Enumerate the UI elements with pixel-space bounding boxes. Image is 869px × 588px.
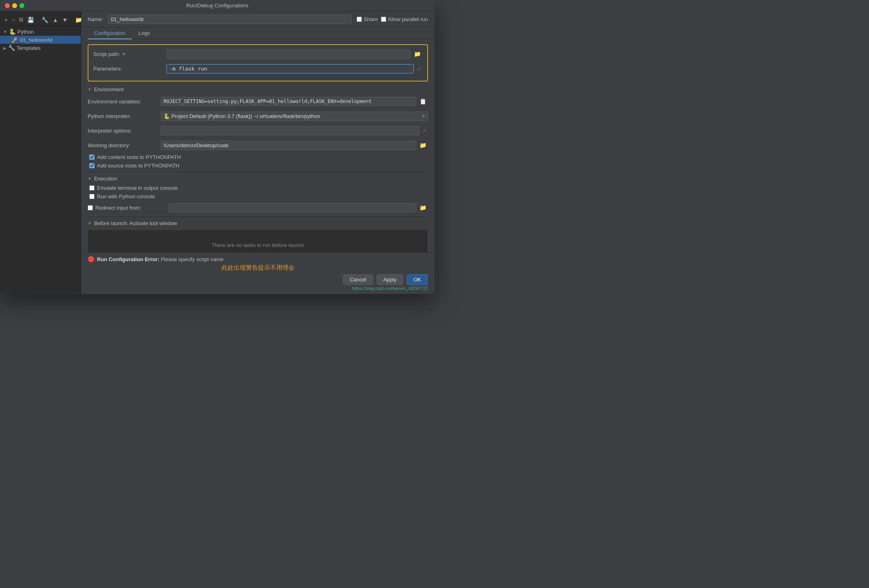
tabs-bar: Configuration Logs xyxy=(81,28,434,39)
emulate-terminal-checkbox[interactable] xyxy=(89,185,95,191)
working-directory-browse-btn[interactable]: 📁 xyxy=(418,141,428,149)
working-directory-control: 📁 xyxy=(161,141,428,150)
interpreter-options-input[interactable] xyxy=(161,126,419,135)
python-interpreter-row: Python interpreter: 🐍 Project Default (P… xyxy=(88,110,428,122)
allow-parallel-checkbox[interactable] xyxy=(381,17,386,22)
error-message: Please specify script name xyxy=(161,256,224,262)
error-row: 🔴 Run Configuration Error: Please specif… xyxy=(88,256,428,262)
ok-button[interactable]: OK xyxy=(407,274,428,285)
share-checkbox-label[interactable]: Share xyxy=(357,16,378,22)
templates-icon: 🔧 xyxy=(8,45,15,51)
env-vars-edit-btn[interactable]: 📋 xyxy=(418,97,428,105)
script-path-dropdown-btn[interactable]: ▼ xyxy=(122,52,126,56)
python-interpreter-label: Python interpreter: xyxy=(88,113,161,119)
footer-buttons: Cancel Apply OK xyxy=(88,274,428,285)
cancel-button[interactable]: Cancel xyxy=(343,274,373,285)
settings-button[interactable]: 🔧 xyxy=(40,16,49,24)
sidebar: + − ⧉ 💾 🔧 ▲ ▼ 📁 ⇅ ▼ 🐍 Python 🚀 01_hellow… xyxy=(0,11,81,294)
interpreter-options-expand-btn[interactable]: ⤢ xyxy=(421,127,428,134)
environment-label: Environment xyxy=(94,86,124,92)
redirect-input-checkbox[interactable] xyxy=(88,205,93,210)
add-config-button[interactable]: + xyxy=(3,16,9,24)
name-input[interactable] xyxy=(108,15,352,24)
run-config-label: 01_helloworld xyxy=(20,37,52,43)
environment-section-header[interactable]: ▼ Environment xyxy=(88,86,428,92)
sidebar-item-helloworld[interactable]: 🚀 01_helloworld xyxy=(0,36,81,44)
move-up-button[interactable]: ▲ xyxy=(51,16,59,24)
templates-label: Templates xyxy=(17,45,41,51)
redirect-input-browse-btn[interactable]: 📁 xyxy=(418,204,428,212)
python-interpreter-control: 🐍 Project Default (Python 3.7 (flask)) ~… xyxy=(161,112,428,121)
run-python-console-checkbox[interactable] xyxy=(89,194,95,199)
interpreter-select[interactable]: 🐍 Project Default (Python 3.7 (flask)) ~… xyxy=(161,112,428,121)
parameters-expand-btn[interactable]: ⤢ xyxy=(415,65,422,72)
traffic-lights xyxy=(5,3,24,8)
add-content-roots-label: Add content roots to PYTHONPATH xyxy=(97,154,181,160)
working-directory-row: Working directory: 📁 xyxy=(88,139,428,151)
script-path-row: Script path: ▼ 📁 xyxy=(93,48,422,60)
env-vars-input[interactable] xyxy=(161,97,416,106)
parameters-control: ⤢ xyxy=(166,64,422,73)
close-button[interactable] xyxy=(5,3,10,8)
interpreter-options-control: ⤢ xyxy=(161,126,428,135)
add-source-roots-label: Add source roots to PYTHONPATH xyxy=(97,163,179,169)
execution-arrow: ▼ xyxy=(88,176,92,181)
add-content-roots-row: Add content roots to PYTHONPATH xyxy=(89,154,428,160)
run-python-console-label: Run with Python console xyxy=(97,193,155,200)
content-area: Name: Share Allow parallel run Configura… xyxy=(81,11,434,294)
environment-arrow: ▼ xyxy=(88,87,92,92)
allow-parallel-label[interactable]: Allow parallel run xyxy=(381,16,428,22)
move-down-button[interactable]: ▼ xyxy=(61,16,69,24)
emulate-terminal-row: Emulate terminal in output console xyxy=(89,185,428,191)
save-config-button[interactable]: 💾 xyxy=(26,16,35,24)
script-path-browse-btn[interactable]: 📁 xyxy=(412,50,422,58)
execution-section-header[interactable]: ▼ Execution xyxy=(88,176,428,182)
interpreter-options-row: Interpreter options: ⤢ xyxy=(88,125,428,136)
add-content-roots-checkbox[interactable] xyxy=(89,155,95,160)
script-path-input[interactable] xyxy=(166,49,411,59)
tree-group-python[interactable]: ▼ 🐍 Python xyxy=(0,28,81,36)
redirect-input-input[interactable] xyxy=(169,203,416,212)
title-bar: Run/Debug Configurations xyxy=(0,0,434,11)
window-title: Run/Debug Configurations xyxy=(186,2,248,9)
tab-logs[interactable]: Logs xyxy=(132,28,156,39)
script-path-control: 📁 xyxy=(166,49,422,59)
config-content: Script path: ▼ 📁 Parameters: ⤢ xyxy=(81,39,434,252)
footer: 🔴 Run Configuration Error: Please specif… xyxy=(81,252,434,294)
top-bar: Name: Share Allow parallel run xyxy=(81,11,434,28)
parameters-input[interactable] xyxy=(166,64,414,73)
no-tasks-area: There are no tasks to run before launch xyxy=(88,230,428,252)
error-text: Run Configuration Error: Please specify … xyxy=(97,256,224,262)
run-config-icon: 🚀 xyxy=(11,36,18,43)
script-params-section: Script path: ▼ 📁 Parameters: ⤢ xyxy=(88,44,428,82)
script-path-container: Script path: ▼ xyxy=(93,51,166,57)
share-checkbox[interactable] xyxy=(357,17,362,22)
expand-arrow-templates: ▶ xyxy=(3,46,6,50)
divider2 xyxy=(88,217,428,217)
python-group-icon: 🐍 xyxy=(9,28,16,35)
working-directory-input[interactable] xyxy=(161,141,416,150)
tree-group-templates[interactable]: ▶ 🔧 Templates xyxy=(0,44,81,52)
name-label: Name: xyxy=(88,16,103,22)
add-source-roots-checkbox[interactable] xyxy=(89,163,95,168)
copy-config-button[interactable]: ⧉ xyxy=(18,15,24,24)
maximize-button[interactable] xyxy=(19,3,24,8)
emulate-terminal-label: Emulate terminal in output console xyxy=(97,185,178,191)
script-path-label: Script path: ▼ xyxy=(93,51,166,57)
add-source-roots-row: Add source roots to PYTHONPATH xyxy=(89,163,428,169)
no-tasks-text: There are no tasks to run before launch xyxy=(212,242,304,248)
working-directory-label: Working directory: xyxy=(88,142,161,148)
tab-configuration[interactable]: Configuration xyxy=(88,28,132,39)
interpreter-select-wrapper: 🐍 Project Default (Python 3.7 (flask)) ~… xyxy=(161,112,428,121)
divider1 xyxy=(88,172,428,172)
env-vars-row: Environment variables: 📋 xyxy=(88,96,428,107)
redirect-input-control: 📁 xyxy=(169,203,428,212)
apply-button[interactable]: Apply xyxy=(376,274,404,285)
redirect-input-row: Redirect input from: 📁 xyxy=(88,202,428,213)
remove-config-button[interactable]: − xyxy=(11,16,16,24)
before-launch-section: ▼ Before launch: Activate tool window Th… xyxy=(88,220,428,252)
minimize-button[interactable] xyxy=(12,3,17,8)
error-label: Run Configuration Error: xyxy=(97,256,159,262)
execution-label: Execution xyxy=(94,176,117,182)
before-launch-header[interactable]: ▼ Before launch: Activate tool window xyxy=(88,220,428,226)
